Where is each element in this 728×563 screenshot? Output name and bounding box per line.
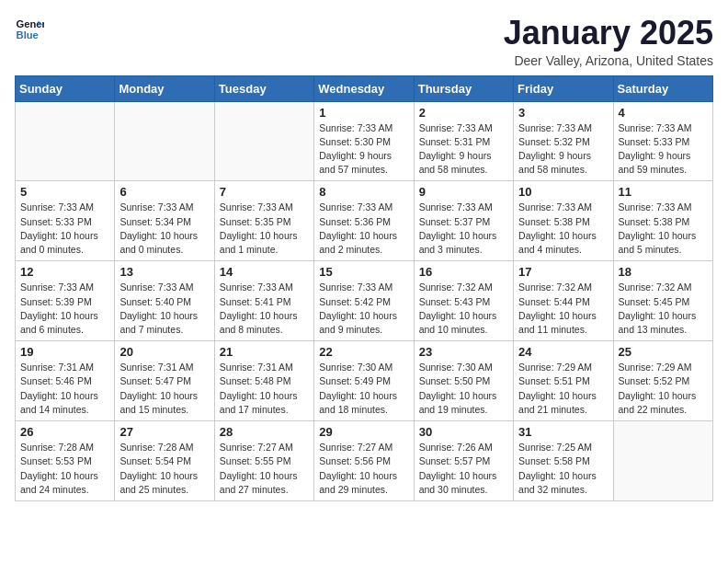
- weekday-header-sunday: Sunday: [16, 75, 115, 101]
- calendar-cell: 7Sunrise: 7:33 AM Sunset: 5:35 PM Daylig…: [214, 181, 313, 261]
- day-info: Sunrise: 7:33 AM Sunset: 5:38 PM Dayligh…: [518, 201, 608, 257]
- day-info: Sunrise: 7:33 AM Sunset: 5:42 PM Dayligh…: [319, 281, 408, 337]
- day-info: Sunrise: 7:31 AM Sunset: 5:46 PM Dayligh…: [20, 361, 109, 417]
- day-info: Sunrise: 7:32 AM Sunset: 5:45 PM Dayligh…: [619, 281, 708, 337]
- calendar-cell: 21Sunrise: 7:31 AM Sunset: 5:48 PM Dayli…: [214, 341, 313, 421]
- day-number: 3: [518, 106, 608, 120]
- day-number: 12: [20, 265, 109, 279]
- calendar-cell: 17Sunrise: 7:32 AM Sunset: 5:44 PM Dayli…: [514, 261, 613, 341]
- day-info: Sunrise: 7:30 AM Sunset: 5:50 PM Dayligh…: [419, 361, 508, 417]
- day-info: Sunrise: 7:30 AM Sunset: 5:49 PM Dayligh…: [319, 361, 408, 417]
- weekday-header-row: SundayMondayTuesdayWednesdayThursdayFrid…: [16, 75, 713, 101]
- day-number: 31: [518, 425, 608, 439]
- calendar-cell: 24Sunrise: 7:29 AM Sunset: 5:51 PM Dayli…: [514, 341, 613, 421]
- day-info: Sunrise: 7:26 AM Sunset: 5:57 PM Dayligh…: [419, 441, 508, 497]
- calendar-cell: 22Sunrise: 7:30 AM Sunset: 5:49 PM Dayli…: [314, 341, 414, 421]
- day-number: 30: [419, 425, 508, 439]
- calendar-cell: 4Sunrise: 7:33 AM Sunset: 5:33 PM Daylig…: [613, 101, 712, 181]
- day-number: 24: [518, 345, 608, 359]
- weekday-header-monday: Monday: [115, 75, 214, 101]
- day-info: Sunrise: 7:33 AM Sunset: 5:34 PM Dayligh…: [119, 201, 209, 257]
- day-info: Sunrise: 7:32 AM Sunset: 5:43 PM Dayligh…: [419, 281, 508, 337]
- day-number: 5: [20, 185, 109, 199]
- day-info: Sunrise: 7:25 AM Sunset: 5:58 PM Dayligh…: [518, 441, 608, 497]
- day-number: 16: [419, 265, 508, 279]
- day-info: Sunrise: 7:33 AM Sunset: 5:38 PM Dayligh…: [619, 201, 708, 257]
- day-number: 10: [518, 185, 608, 199]
- calendar-cell: 16Sunrise: 7:32 AM Sunset: 5:43 PM Dayli…: [414, 261, 513, 341]
- calendar-cell: 19Sunrise: 7:31 AM Sunset: 5:46 PM Dayli…: [16, 341, 115, 421]
- calendar-table: SundayMondayTuesdayWednesdayThursdayFrid…: [15, 75, 713, 501]
- day-number: 14: [220, 265, 309, 279]
- weekday-header-tuesday: Tuesday: [214, 75, 313, 101]
- day-info: Sunrise: 7:28 AM Sunset: 5:53 PM Dayligh…: [20, 441, 109, 497]
- day-info: Sunrise: 7:33 AM Sunset: 5:40 PM Dayligh…: [119, 281, 209, 337]
- day-info: Sunrise: 7:32 AM Sunset: 5:44 PM Dayligh…: [518, 281, 608, 337]
- calendar-cell: 18Sunrise: 7:32 AM Sunset: 5:45 PM Dayli…: [613, 261, 712, 341]
- day-info: Sunrise: 7:33 AM Sunset: 5:37 PM Dayligh…: [419, 201, 508, 257]
- calendar-cell: 29Sunrise: 7:27 AM Sunset: 5:56 PM Dayli…: [314, 421, 414, 501]
- calendar-cell: 5Sunrise: 7:33 AM Sunset: 5:33 PM Daylig…: [16, 181, 115, 261]
- day-info: Sunrise: 7:29 AM Sunset: 5:52 PM Dayligh…: [619, 361, 708, 417]
- week-row-3: 12Sunrise: 7:33 AM Sunset: 5:39 PM Dayli…: [16, 261, 713, 341]
- day-number: 26: [20, 425, 109, 439]
- day-number: 7: [220, 185, 309, 199]
- calendar-cell: 31Sunrise: 7:25 AM Sunset: 5:58 PM Dayli…: [514, 421, 613, 501]
- calendar-cell: 23Sunrise: 7:30 AM Sunset: 5:50 PM Dayli…: [414, 341, 513, 421]
- day-info: Sunrise: 7:33 AM Sunset: 5:33 PM Dayligh…: [619, 121, 708, 178]
- day-info: Sunrise: 7:33 AM Sunset: 5:30 PM Dayligh…: [319, 121, 408, 178]
- calendar-cell: 8Sunrise: 7:33 AM Sunset: 5:36 PM Daylig…: [314, 181, 414, 261]
- day-number: 22: [319, 345, 408, 359]
- day-number: 8: [319, 185, 408, 199]
- calendar-cell: 26Sunrise: 7:28 AM Sunset: 5:53 PM Dayli…: [16, 421, 115, 501]
- day-number: 11: [619, 185, 708, 199]
- day-number: 28: [220, 425, 309, 439]
- day-number: 18: [619, 265, 708, 279]
- calendar-cell: [613, 421, 712, 501]
- day-info: Sunrise: 7:31 AM Sunset: 5:47 PM Dayligh…: [119, 361, 209, 417]
- day-number: 20: [119, 345, 209, 359]
- week-row-4: 19Sunrise: 7:31 AM Sunset: 5:46 PM Dayli…: [16, 341, 713, 421]
- logo: General Blue: [15, 15, 44, 44]
- day-info: Sunrise: 7:27 AM Sunset: 5:55 PM Dayligh…: [220, 441, 309, 497]
- day-number: 19: [20, 345, 109, 359]
- day-number: 1: [319, 106, 408, 120]
- title-block: January 2025 Deer Valley, Arizona, Unite…: [504, 15, 713, 68]
- logo-icon: General Blue: [15, 15, 44, 44]
- weekday-header-wednesday: Wednesday: [314, 75, 414, 101]
- calendar-cell: 28Sunrise: 7:27 AM Sunset: 5:55 PM Dayli…: [214, 421, 313, 501]
- day-info: Sunrise: 7:33 AM Sunset: 5:35 PM Dayligh…: [220, 201, 309, 257]
- calendar-cell: 6Sunrise: 7:33 AM Sunset: 5:34 PM Daylig…: [115, 181, 214, 261]
- calendar-cell: 25Sunrise: 7:29 AM Sunset: 5:52 PM Dayli…: [613, 341, 712, 421]
- day-number: 4: [619, 106, 708, 120]
- day-info: Sunrise: 7:33 AM Sunset: 5:32 PM Dayligh…: [518, 121, 608, 178]
- calendar-cell: 9Sunrise: 7:33 AM Sunset: 5:37 PM Daylig…: [414, 181, 513, 261]
- calendar-cell: 14Sunrise: 7:33 AM Sunset: 5:41 PM Dayli…: [214, 261, 313, 341]
- day-info: Sunrise: 7:31 AM Sunset: 5:48 PM Dayligh…: [220, 361, 309, 417]
- day-info: Sunrise: 7:33 AM Sunset: 5:33 PM Dayligh…: [20, 201, 109, 257]
- day-number: 25: [619, 345, 708, 359]
- day-info: Sunrise: 7:33 AM Sunset: 5:39 PM Dayligh…: [20, 281, 109, 337]
- day-number: 17: [518, 265, 608, 279]
- calendar-cell: 10Sunrise: 7:33 AM Sunset: 5:38 PM Dayli…: [514, 181, 613, 261]
- page-header: General Blue January 2025 Deer Valley, A…: [15, 15, 713, 68]
- day-number: 29: [319, 425, 408, 439]
- weekday-header-friday: Friday: [514, 75, 613, 101]
- calendar-cell: 11Sunrise: 7:33 AM Sunset: 5:38 PM Dayli…: [613, 181, 712, 261]
- calendar-cell: 13Sunrise: 7:33 AM Sunset: 5:40 PM Dayli…: [115, 261, 214, 341]
- calendar-cell: 12Sunrise: 7:33 AM Sunset: 5:39 PM Dayli…: [16, 261, 115, 341]
- day-number: 15: [319, 265, 408, 279]
- calendar-cell: 30Sunrise: 7:26 AM Sunset: 5:57 PM Dayli…: [414, 421, 513, 501]
- calendar-cell: [16, 101, 115, 181]
- day-info: Sunrise: 7:28 AM Sunset: 5:54 PM Dayligh…: [119, 441, 209, 497]
- week-row-5: 26Sunrise: 7:28 AM Sunset: 5:53 PM Dayli…: [16, 421, 713, 501]
- calendar-title: January 2025: [504, 15, 713, 52]
- week-row-2: 5Sunrise: 7:33 AM Sunset: 5:33 PM Daylig…: [16, 181, 713, 261]
- day-number: 27: [119, 425, 209, 439]
- weekday-header-thursday: Thursday: [414, 75, 513, 101]
- calendar-cell: 20Sunrise: 7:31 AM Sunset: 5:47 PM Dayli…: [115, 341, 214, 421]
- day-number: 21: [220, 345, 309, 359]
- svg-text:Blue: Blue: [17, 29, 39, 40]
- calendar-cell: 2Sunrise: 7:33 AM Sunset: 5:31 PM Daylig…: [414, 101, 513, 181]
- calendar-cell: [214, 101, 313, 181]
